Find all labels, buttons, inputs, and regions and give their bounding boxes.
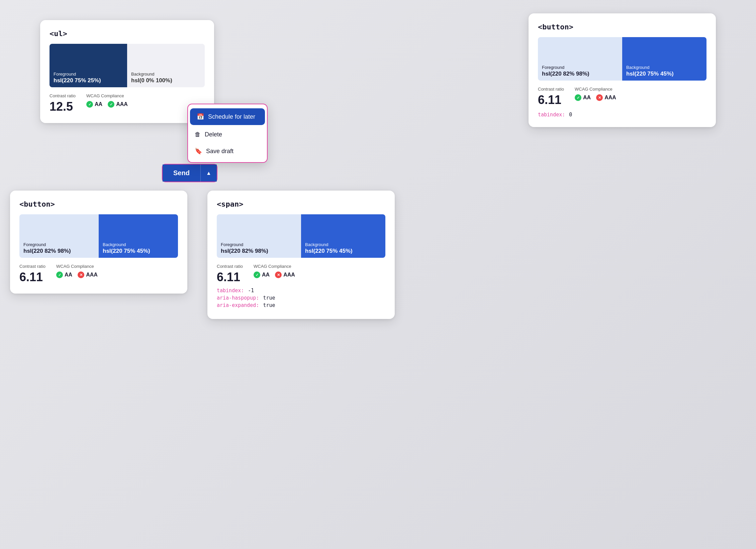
card-button-bottom: <button> Foreground hsl(220 82% 98%) Bac… bbox=[10, 191, 187, 294]
background-swatch-button-top: Background hsl(220 75% 45%) bbox=[622, 37, 706, 81]
badge-aa-icon-span: ✓ bbox=[254, 271, 260, 278]
wcag-badges-ul: ✓ AA ✓ AAA bbox=[86, 101, 128, 108]
foreground-swatch-span: Foreground hsl(220 82% 98%) bbox=[217, 214, 301, 258]
badge-aaa-icon-button-top: ✕ bbox=[596, 94, 603, 101]
dropdown-item-delete[interactable]: 🗑 Delete bbox=[188, 126, 267, 143]
aria-row-expanded: aria-expanded: true bbox=[217, 302, 385, 308]
badge-aaa-icon-ul: ✓ bbox=[108, 101, 114, 108]
card-button-bottom-title: <button> bbox=[19, 200, 178, 208]
badge-aa-ul: ✓ AA bbox=[86, 101, 102, 108]
aria-row-tabindex: tabindex: -1 bbox=[217, 288, 385, 294]
aria-row-haspopup: aria-haspopup: true bbox=[217, 295, 385, 301]
color-swatches-span: Foreground hsl(220 82% 98%) Background h… bbox=[217, 214, 385, 258]
wcag-ul: WCAG Compliance ✓ AA ✓ AAA bbox=[86, 93, 128, 108]
badge-aaa-icon-button-bottom: ✕ bbox=[78, 271, 84, 278]
send-button-group[interactable]: Send ▲ bbox=[162, 164, 217, 182]
background-swatch-ul: Background hsl(0 0% 100%) bbox=[127, 44, 205, 87]
trash-icon: 🗑 bbox=[195, 131, 201, 138]
wcag-button-top: WCAG Compliance ✓ AA ✕ AAA bbox=[575, 87, 616, 101]
badge-aa-span: ✓ AA bbox=[254, 271, 270, 278]
badge-aaa-ul: ✓ AAA bbox=[108, 101, 128, 108]
wcag-span: WCAG Compliance ✓ AA ✕ AAA bbox=[254, 264, 295, 278]
aria-rows-span: tabindex: -1 aria-haspopup: true aria-ex… bbox=[217, 288, 385, 308]
card-span-title: <span> bbox=[217, 200, 385, 208]
contrast-ratio-button-bottom: Contrast ratio 6.11 bbox=[19, 264, 45, 284]
color-swatches-button-top: Foreground hsl(220 82% 98%) Background h… bbox=[538, 37, 706, 81]
contrast-ratio-button-top: Contrast ratio 6.11 bbox=[538, 87, 564, 107]
send-button[interactable]: Send bbox=[163, 164, 200, 182]
card-span: <span> Foreground hsl(220 82% 98%) Backg… bbox=[207, 191, 395, 319]
tabindex-row-button-top: tabindex: 0 bbox=[538, 112, 706, 118]
card-button-top-stats: Contrast ratio 6.11 WCAG Compliance ✓ AA… bbox=[538, 87, 706, 107]
foreground-swatch-button-top: Foreground hsl(220 82% 98%) bbox=[538, 37, 622, 81]
card-button-top: <button> Foreground hsl(220 82% 98%) Bac… bbox=[529, 13, 716, 127]
badge-aa-icon-ul: ✓ bbox=[86, 101, 93, 108]
wcag-badges-button-bottom: ✓ AA ✕ AAA bbox=[56, 271, 98, 278]
contrast-ratio-ul: Contrast ratio 12.5 bbox=[50, 93, 76, 114]
color-swatches-ul: Foreground hsl(220 75% 25%) Background h… bbox=[50, 44, 205, 87]
bookmark-icon: 🔖 bbox=[195, 147, 202, 155]
wcag-button-bottom: WCAG Compliance ✓ AA ✕ AAA bbox=[56, 264, 98, 278]
badge-aa-icon-button-bottom: ✓ bbox=[56, 271, 63, 278]
wcag-badges-button-top: ✓ AA ✕ AAA bbox=[575, 94, 616, 101]
dropdown-menu[interactable]: 📅 Schedule for later 🗑 Delete 🔖 Save dra… bbox=[187, 104, 268, 163]
card-button-bottom-stats: Contrast ratio 6.11 WCAG Compliance ✓ AA… bbox=[19, 264, 178, 284]
background-swatch-span: Background hsl(220 75% 45%) bbox=[301, 214, 385, 258]
badge-aa-button-bottom: ✓ AA bbox=[56, 271, 72, 278]
badge-aaa-button-top: ✕ AAA bbox=[596, 94, 616, 101]
badge-aa-button-top: ✓ AA bbox=[575, 94, 591, 101]
dropdown-item-save-draft[interactable]: 🔖 Save draft bbox=[188, 143, 267, 159]
card-ul-stats: Contrast ratio 12.5 WCAG Compliance ✓ AA… bbox=[50, 93, 205, 114]
foreground-swatch-button-bottom: Foreground hsl(220 82% 98%) bbox=[19, 214, 99, 258]
badge-aaa-button-bottom: ✕ AAA bbox=[78, 271, 98, 278]
background-swatch-button-bottom: Background hsl(220 75% 45%) bbox=[99, 214, 178, 258]
card-span-stats: Contrast ratio 6.11 WCAG Compliance ✓ AA… bbox=[217, 264, 385, 284]
dropdown-item-schedule[interactable]: 📅 Schedule for later bbox=[190, 108, 265, 125]
card-ul-title: <ul> bbox=[50, 29, 205, 38]
wcag-badges-span: ✓ AA ✕ AAA bbox=[254, 271, 295, 278]
foreground-swatch-ul: Foreground hsl(220 75% 25%) bbox=[50, 44, 127, 87]
calendar-icon: 📅 bbox=[197, 113, 204, 120]
send-chevron-button[interactable]: ▲ bbox=[200, 164, 217, 182]
badge-aaa-span: ✕ AAA bbox=[275, 271, 295, 278]
badge-aa-icon-button-top: ✓ bbox=[575, 94, 581, 101]
card-button-top-title: <button> bbox=[538, 23, 706, 31]
badge-aaa-icon-span: ✕ bbox=[275, 271, 282, 278]
contrast-ratio-span: Contrast ratio 6.11 bbox=[217, 264, 243, 284]
color-swatches-button-bottom: Foreground hsl(220 82% 98%) Background h… bbox=[19, 214, 178, 258]
